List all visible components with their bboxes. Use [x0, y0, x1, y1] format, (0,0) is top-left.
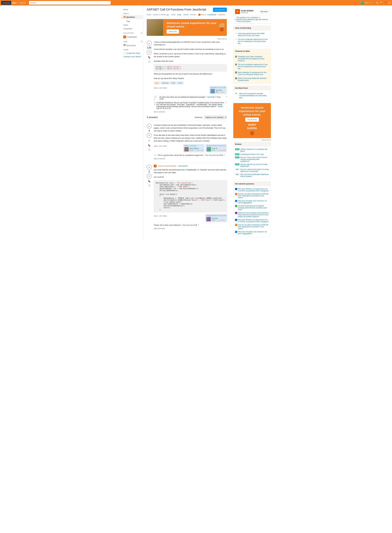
a1-comment-1-flag[interactable]: ⚑: [224, 154, 225, 156]
share-answer-2-link[interactable]: share: [154, 215, 158, 217]
hot-network-link-5[interactable]: What are some examples of proving that a…: [238, 212, 269, 218]
tag-sound[interactable]: sound: [177, 82, 183, 84]
menu-icon[interactable]: ☰: [388, 1, 391, 5]
a1-comment-1-author[interactable]: Theo Grey: [205, 154, 213, 156]
answer-1-downvote[interactable]: ▼: [147, 133, 152, 138]
report-ad-link[interactable]: Report this ad: [147, 38, 227, 40]
create-team-button[interactable]: + Create free Team: [121, 51, 143, 55]
upvote-button[interactable]: ▲: [147, 41, 152, 46]
inbox-icon[interactable]: ✉: [376, 1, 379, 5]
achievements-icon[interactable]: 🏆: [379, 1, 383, 5]
ad-banner-button[interactable]: Start now: [167, 29, 179, 34]
comment-2-author[interactable]: Martell: [218, 106, 223, 108]
user-avatar[interactable]: [360, 1, 364, 5]
sidebar-item-tags[interactable]: Tags: [121, 19, 143, 23]
collective-info: ℹ This question is in a collective: a su…: [233, 15, 271, 24]
recommended-collective-link[interactable]: Audio Bubble: [178, 165, 187, 167]
sidebar-item-users[interactable]: Users: [121, 23, 143, 27]
blog-link-1[interactable]: Improving performance with SIMD intrinsi…: [238, 33, 269, 37]
collectives-info-icon[interactable]: ⓘ: [141, 32, 142, 34]
search-input[interactable]: [29, 1, 111, 5]
share-question-link[interactable]: share: [154, 87, 158, 89]
related-link-1[interactable]: Setting "checked" for a checkbox with jq…: [240, 148, 269, 152]
top-nav: Current rflow Products 359 ●2 ●5 ●17 ✉ 🏆…: [0, 0, 392, 5]
related-link-5[interactable]: How do I make the first letter of a stri…: [240, 169, 269, 172]
tag-audio[interactable]: audio: [170, 82, 176, 84]
question-title: ASP.NET Call C# Functions From JavaScrip…: [147, 8, 206, 12]
comment-1-author[interactable]: SanSt: [207, 96, 212, 98]
a1-comment-1-vote[interactable]: 1 ▲: [154, 154, 157, 156]
looking-teams-link[interactable]: Looking for your Teams?: [121, 55, 143, 58]
report-ad-sidebar-link[interactable]: Report this ad: [233, 139, 271, 141]
site-logo[interactable]: Current: [1, 1, 11, 5]
sidebar-item-discussions[interactable]: Discussions: [121, 43, 143, 47]
add-answer-2-comment-link[interactable]: add a comment: [154, 227, 227, 230]
a2-comment-1-flag[interactable]: ⚑: [198, 224, 199, 226]
question-text-3: What I would like to do is call some of …: [154, 52, 227, 58]
answer-2-bookmark[interactable]: 🔖: [147, 179, 151, 183]
related-link-2[interactable]: Accessing the index in 'for' loops: [240, 153, 264, 155]
downvote-button[interactable]: ▼: [147, 50, 152, 55]
add-answer-1-comment-link[interactable]: add a comment: [154, 157, 227, 160]
answer-1-history[interactable]: 🕐: [148, 148, 151, 151]
share-answer-1-link[interactable]: share: [154, 145, 158, 147]
hot-meta-link-1[interactable]: Why isn't it required to provide comment…: [239, 92, 269, 99]
answer-1-bookmark[interactable]: 🔖: [147, 143, 151, 147]
edit-answer-2-link[interactable]: edit: [159, 215, 162, 217]
hot-network-link-7[interactable]: How do I go about convincing my DM that …: [238, 224, 269, 230]
related-link-3[interactable]: How do I clone a list so that it doesn't…: [240, 156, 269, 162]
ad-sidebar-button[interactable]: Try for free: [245, 118, 259, 122]
hot-network-link-8[interactable]: Why does 'thoughts' and 'memories' not p…: [238, 231, 269, 235]
sidebar-item-companies[interactable]: Companies: [121, 27, 143, 30]
comment-1-flag[interactable]: ⚑: [225, 96, 227, 98]
blog-link-2[interactable]: The new moderator agreement is now live …: [238, 38, 269, 44]
bookmark-button[interactable]: 🔖: [147, 55, 151, 59]
answer-2-comment-1: Thanks, this is what I was looking for! …: [154, 223, 227, 227]
related-link-4[interactable]: How do I get the row count of a Audio Da…: [240, 163, 269, 167]
follow-answer-2-link[interactable]: follow: [163, 215, 167, 217]
tag-jquery[interactable]: jquery: [154, 82, 160, 84]
hot-network-link-2[interactable]: How do I go about convincing my DM that …: [238, 193, 269, 199]
sort-select[interactable]: Highest score (default): [204, 115, 227, 119]
answerer-1-name[interactable]: John B: [212, 147, 217, 149]
answerer-2-name[interactable]: NicoTek: [211, 217, 218, 219]
answer-2-text-1: you could load the executed Query into a…: [154, 169, 227, 174]
labs-info-icon[interactable]: ⓘ: [141, 41, 142, 43]
sidebar-item-audiobubble[interactable]: A AudioBubble: [121, 35, 143, 39]
edit-question-link[interactable]: edit: [159, 87, 162, 89]
ad-sidebar: Immersive sound experiences for your vir…: [233, 103, 271, 138]
hot-network-link-3[interactable]: Why does 'thoughts' and 'memories' not p…: [238, 200, 269, 204]
related-link-6[interactable]: Get a list from AudioBubble DataFrame co…: [240, 174, 269, 177]
comment-2-vote[interactable]: 12 ▲: [154, 102, 156, 106]
answer-2-history[interactable]: 🕐: [148, 184, 151, 187]
hot-network-link-6[interactable]: Why does Windows not always force me to …: [238, 219, 269, 223]
editor-name[interactable]: John Beard: [189, 147, 199, 149]
follow-question-link[interactable]: follow: [163, 87, 167, 89]
hot-network-item-2: How do I go about convincing my DM that …: [235, 192, 269, 199]
comment-2-flag[interactable]: ⚑: [225, 102, 227, 103]
meta-link-3[interactable]: Data validation & background for the Tha…: [238, 71, 269, 75]
hot-network-link-4[interactable]: Are there historical texts in England qu…: [238, 205, 269, 211]
meta-link-2[interactable]: The new moderator agreement is now live …: [238, 63, 269, 70]
meta-link-1[interactable]: Feedback post: New moderator reinstateme…: [238, 56, 269, 62]
ad-sidebar-text: Immersive sound experiences for your vir…: [236, 106, 268, 116]
follow-answer-1-link[interactable]: follow: [163, 145, 167, 147]
help-icon[interactable]: ❓: [383, 1, 387, 5]
see-more-button[interactable]: See more: [259, 10, 269, 13]
products-link[interactable]: Products: [18, 1, 27, 4]
asker-name[interactable]: NicoTek: [216, 89, 222, 91]
answer-2-downvote[interactable]: ▼: [147, 174, 152, 179]
sidebar-item-home[interactable]: Home: [121, 8, 143, 11]
history-button[interactable]: 🕐: [148, 60, 151, 63]
sidebar-item-questions[interactable]: Q Questions: [121, 15, 143, 19]
a2-comment-1-author[interactable]: Marie: [183, 224, 187, 226]
ask-question-button[interactable]: Ask Question: [213, 8, 227, 12]
hot-network-link-1[interactable]: Why does Windows not always force me to …: [238, 188, 269, 192]
edit-answer-1-link[interactable]: edit: [159, 145, 162, 147]
answer-1-upvote[interactable]: ▲: [147, 124, 152, 129]
tag-javascript[interactable]: javascript: [161, 82, 170, 84]
add-question-comment-link[interactable]: add a comment: [154, 110, 227, 113]
comment-1-vote[interactable]: 135 ▲: [154, 96, 159, 100]
answer-2-upvote[interactable]: ▲: [147, 165, 152, 170]
meta-link-4[interactable]: 2020 Community Moderator Election - Ques…: [238, 77, 269, 81]
